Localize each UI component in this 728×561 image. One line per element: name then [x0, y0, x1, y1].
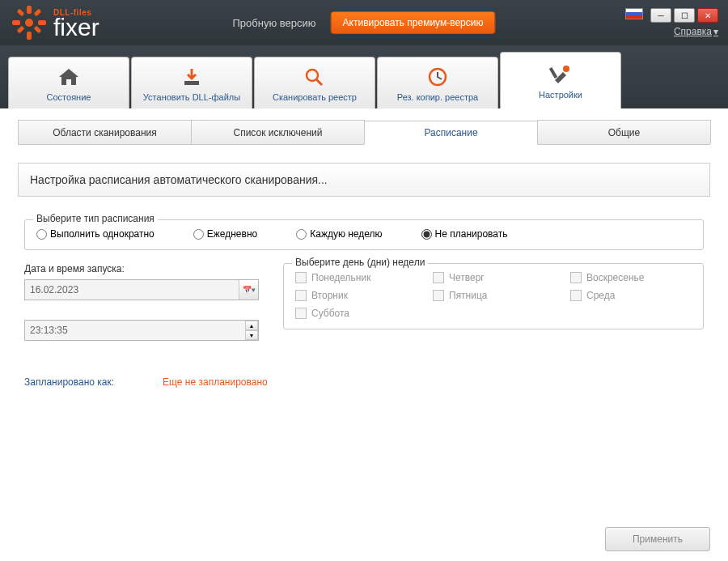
minimize-button[interactable]: ─ — [650, 8, 671, 23]
schedule-option-1[interactable]: Ежедневно — [193, 228, 257, 240]
svg-rect-7 — [34, 9, 42, 17]
day-checkbox[interactable] — [295, 308, 307, 319]
main-tab-search[interactable]: Сканировать реестр — [254, 57, 375, 108]
main-tab-download[interactable]: Установить DLL-файлы — [131, 57, 252, 108]
svg-rect-6 — [34, 26, 42, 34]
clock-icon — [425, 65, 450, 89]
svg-point-0 — [25, 19, 33, 27]
svg-point-13 — [563, 66, 569, 72]
day-label: Суббота — [311, 308, 349, 319]
schedule-radio-1[interactable] — [193, 229, 204, 240]
day-item-5[interactable]: Среда — [570, 290, 692, 301]
schedule-type-group: Выберите тип расписания Выполнить однокр… — [24, 219, 704, 250]
schedule-option-0[interactable]: Выполнить однократно — [36, 228, 154, 240]
datetime-label: Дата и время запуска: — [24, 263, 259, 274]
panel-title: Настройка расписания автоматического ска… — [18, 163, 710, 197]
day-checkbox[interactable] — [433, 290, 444, 301]
day-checkbox[interactable] — [295, 290, 307, 301]
time-input[interactable] — [24, 320, 259, 341]
svg-rect-1 — [27, 6, 32, 14]
sub-tab-3[interactable]: Общие — [537, 120, 711, 144]
svg-rect-9 — [184, 81, 199, 85]
sub-tab-2[interactable]: Расписание — [364, 121, 538, 145]
schedule-option-2[interactable]: Каждую неделю — [296, 228, 382, 240]
svg-rect-5 — [17, 9, 25, 17]
search-icon — [303, 65, 327, 89]
day-checkbox[interactable] — [570, 290, 582, 301]
logo-icon — [10, 3, 49, 42]
day-checkbox[interactable] — [433, 272, 444, 283]
days-legend: Выберите день (дни) недели — [292, 257, 428, 268]
schedule-radio-2[interactable] — [296, 229, 307, 240]
time-spin-up[interactable]: ▲ — [245, 321, 258, 330]
day-label: Вторник — [311, 290, 348, 301]
activate-premium-button[interactable]: Активировать премиум-версию — [331, 11, 496, 34]
schedule-radio-3[interactable] — [421, 229, 432, 240]
day-label: Пятница — [449, 290, 488, 301]
close-button[interactable]: ✕ — [697, 8, 718, 23]
main-tab-label: Рез. копир. реестра — [397, 92, 478, 102]
help-link[interactable]: Справка ▾ — [674, 26, 718, 37]
language-flag-icon[interactable] — [625, 8, 643, 19]
day-item-2[interactable]: Воскресенье — [570, 272, 692, 283]
svg-line-11 — [316, 79, 322, 85]
maximize-button[interactable]: ☐ — [674, 8, 695, 23]
day-label: Понедельник — [311, 272, 370, 283]
sub-tab-1[interactable]: Список исключений — [191, 120, 365, 144]
apply-button[interactable]: Применить — [605, 527, 710, 551]
day-checkbox[interactable] — [570, 272, 582, 283]
sub-tab-0[interactable]: Области сканирования — [18, 120, 192, 144]
trial-label: Пробную версию — [233, 17, 316, 29]
scheduled-as-value: Еще не запланировано — [163, 376, 268, 388]
schedule-radio-0[interactable] — [36, 229, 47, 240]
main-tab-home[interactable]: Состояние — [8, 57, 129, 108]
logo-fixer-text: fixer — [53, 17, 99, 38]
days-group: Выберите день (дни) недели ПонедельникЧе… — [283, 263, 704, 329]
day-label: Четверг — [449, 272, 485, 283]
schedule-option-3[interactable]: Не планировать — [421, 228, 508, 240]
home-icon — [57, 65, 81, 89]
main-tab-tools[interactable]: Настройки — [500, 52, 621, 108]
day-item-1[interactable]: Четверг — [433, 272, 554, 283]
svg-rect-8 — [17, 26, 25, 34]
calendar-icon[interactable]: 📅▾ — [239, 280, 258, 300]
main-tab-label: Установить DLL-файлы — [143, 92, 240, 102]
svg-rect-2 — [27, 32, 32, 40]
schedule-type-legend: Выберите тип расписания — [33, 213, 158, 224]
scheduled-as-label: Запланировано как: — [24, 376, 114, 388]
day-label: Среда — [586, 290, 615, 301]
main-tab-label: Настройки — [539, 90, 582, 100]
day-checkbox[interactable] — [295, 272, 307, 283]
svg-rect-14 — [549, 66, 557, 78]
day-item-6[interactable]: Суббота — [295, 308, 417, 319]
main-tab-clock[interactable]: Рез. копир. реестра — [377, 57, 498, 108]
svg-rect-4 — [38, 20, 46, 25]
day-label: Воскресенье — [586, 272, 645, 283]
app-logo: DLL-files fixer — [10, 3, 99, 42]
tools-icon — [548, 62, 573, 87]
svg-point-10 — [307, 70, 318, 81]
main-tab-label: Сканировать реестр — [273, 92, 357, 102]
date-input[interactable] — [24, 279, 259, 300]
svg-rect-3 — [12, 20, 20, 25]
day-item-4[interactable]: Пятница — [433, 290, 554, 301]
download-icon — [180, 65, 204, 89]
time-spin-down[interactable]: ▼ — [245, 330, 258, 340]
main-tab-label: Состояние — [47, 92, 91, 102]
day-item-3[interactable]: Вторник — [295, 290, 417, 301]
day-item-0[interactable]: Понедельник — [295, 272, 417, 283]
